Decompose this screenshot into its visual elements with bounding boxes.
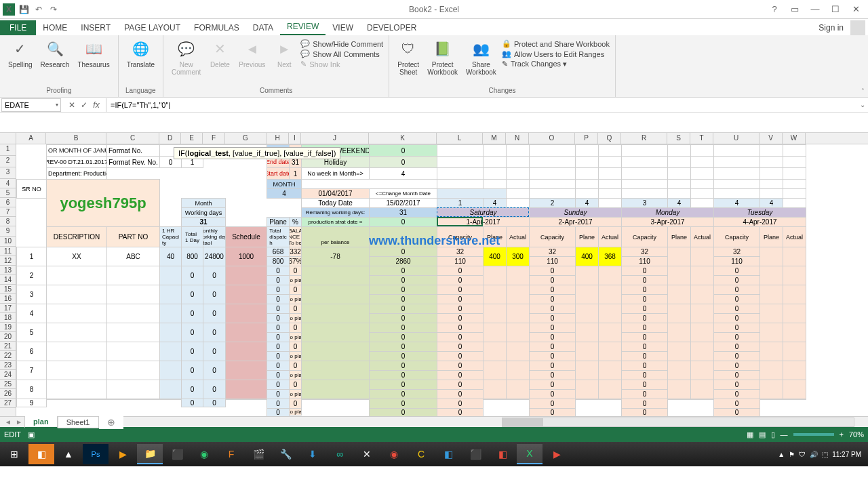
cell[interactable] bbox=[783, 188, 806, 199]
protect-workbook-button[interactable]: 📗Protect Workbook bbox=[425, 37, 460, 77]
cell[interactable]: 400 bbox=[575, 247, 599, 266]
cell[interactable] bbox=[713, 156, 760, 168]
cell[interactable]: No plan bbox=[289, 313, 302, 323]
column-headers[interactable]: ABCDEFGHIJKLMNOPQRSTUVW bbox=[0, 133, 868, 144]
cell[interactable]: 110 bbox=[437, 256, 484, 266]
cell[interactable]: 4 bbox=[267, 188, 302, 199]
cell[interactable] bbox=[106, 380, 160, 399]
cell[interactable] bbox=[667, 266, 691, 285]
cell[interactable]: 800 bbox=[267, 256, 290, 266]
cell[interactable]: % bbox=[289, 217, 302, 227]
tb-app-4[interactable]: ▶ bbox=[110, 444, 136, 464]
cell[interactable]: XX bbox=[46, 247, 107, 266]
cell[interactable]: 31 bbox=[369, 207, 437, 218]
cell[interactable]: 0 bbox=[369, 323, 437, 333]
tab-developer[interactable]: DEVELOPER bbox=[360, 20, 423, 35]
cell[interactable] bbox=[225, 285, 267, 304]
cell[interactable]: 0 bbox=[437, 380, 484, 390]
cell[interactable]: 0 bbox=[529, 361, 576, 371]
select-all-corner[interactable] bbox=[0, 133, 16, 144]
cell[interactable] bbox=[760, 167, 783, 180]
cell[interactable]: 0 bbox=[621, 323, 668, 333]
cell[interactable] bbox=[667, 179, 691, 189]
cell[interactable]: DESCRIPTION bbox=[46, 226, 107, 247]
view-layout-icon[interactable]: ▤ bbox=[759, 430, 766, 439]
cell[interactable] bbox=[46, 380, 107, 399]
cell[interactable]: 0 bbox=[713, 361, 760, 371]
cell[interactable]: 0 bbox=[369, 313, 437, 323]
cell[interactable] bbox=[159, 285, 182, 304]
cell[interactable] bbox=[159, 399, 182, 400]
cell[interactable]: 0 bbox=[529, 380, 576, 390]
zoom-in-icon[interactable]: + bbox=[840, 430, 844, 439]
cell[interactable] bbox=[301, 304, 370, 323]
protect-sheet-button[interactable]: 🛡Protect Sheet bbox=[395, 37, 422, 77]
cell[interactable] bbox=[106, 399, 160, 400]
cell[interactable] bbox=[667, 304, 691, 323]
row-header-5[interactable]: 5 bbox=[0, 188, 16, 198]
cell[interactable]: 0 bbox=[369, 351, 437, 361]
cell[interactable]: 0 bbox=[437, 351, 484, 361]
cell[interactable]: 0 bbox=[529, 332, 576, 342]
cell[interactable]: No plan bbox=[289, 370, 302, 380]
cell[interactable] bbox=[690, 247, 714, 266]
cell[interactable]: 0 bbox=[181, 285, 203, 304]
cell[interactable] bbox=[159, 266, 182, 285]
cell[interactable]: 0 bbox=[437, 361, 484, 371]
add-sheet-button[interactable]: ⊕ bbox=[99, 415, 123, 429]
row-header-3[interactable]: 3 bbox=[0, 167, 16, 179]
cell[interactable]: 0 bbox=[437, 313, 484, 323]
cancel-formula-icon[interactable]: ✕ bbox=[66, 100, 77, 110]
tb-explorer[interactable]: 📁 bbox=[137, 444, 163, 464]
thesaurus-button[interactable]: 📖Thesaurus bbox=[75, 37, 112, 70]
cell[interactable]: 668 bbox=[267, 247, 290, 257]
cell[interactable] bbox=[575, 144, 599, 157]
cell[interactable] bbox=[159, 342, 182, 361]
cell[interactable]: No week in Month=> bbox=[301, 167, 370, 180]
cell[interactable] bbox=[783, 285, 806, 304]
tb-app-16[interactable]: ◧ bbox=[435, 444, 461, 464]
cell[interactable]: 32 bbox=[437, 247, 484, 257]
cell[interactable]: 0 bbox=[621, 304, 668, 314]
cell[interactable] bbox=[621, 179, 668, 189]
tb-app-6[interactable]: ⬛ bbox=[164, 444, 190, 464]
cell[interactable] bbox=[667, 167, 691, 180]
cell[interactable] bbox=[506, 198, 530, 208]
row-header-17[interactable]: 17 bbox=[0, 304, 16, 313]
cell[interactable] bbox=[46, 304, 107, 323]
cell[interactable]: 4 bbox=[575, 198, 599, 208]
maximize-icon[interactable]: ☐ bbox=[829, 3, 842, 16]
cell[interactable] bbox=[437, 156, 484, 168]
cell[interactable] bbox=[690, 198, 714, 208]
cell[interactable]: 0 bbox=[529, 313, 576, 323]
cell[interactable] bbox=[667, 188, 691, 199]
cell[interactable]: 0 bbox=[181, 323, 203, 342]
worksheet-grid[interactable]: ABCDEFGHIJKLMNOPQRSTUVW 1234567891011121… bbox=[0, 133, 868, 416]
cell[interactable]: 0 bbox=[267, 342, 290, 352]
close-icon[interactable]: ✕ bbox=[849, 3, 863, 16]
cell[interactable] bbox=[598, 323, 622, 342]
cell[interactable]: 0 bbox=[713, 408, 760, 416]
show-all-comments[interactable]: 💬Show All Comments bbox=[300, 49, 383, 58]
cells-area[interactable]: www.thundershare.net OR MONTH OF JANUARY… bbox=[16, 144, 868, 416]
cell[interactable]: 0 bbox=[713, 266, 760, 276]
cell[interactable]: Month bbox=[181, 198, 226, 208]
cell[interactable]: 0 bbox=[267, 408, 290, 416]
cell[interactable] bbox=[690, 266, 714, 285]
cell[interactable] bbox=[506, 156, 530, 168]
cell[interactable] bbox=[783, 198, 806, 208]
cell[interactable]: 0 bbox=[713, 304, 760, 314]
cell[interactable] bbox=[483, 380, 507, 399]
cell[interactable]: 0 bbox=[267, 323, 290, 333]
cell[interactable]: production strat date = bbox=[301, 217, 370, 227]
ribbon-options-icon[interactable]: ▭ bbox=[788, 3, 802, 16]
cell[interactable]: No plan bbox=[289, 389, 302, 399]
cell[interactable] bbox=[106, 285, 160, 304]
cell[interactable]: 0 bbox=[289, 285, 302, 295]
cell[interactable]: 0 bbox=[437, 389, 484, 399]
row-header-12[interactable]: 12 bbox=[0, 256, 16, 266]
cell[interactable]: 0 bbox=[369, 304, 437, 314]
cell[interactable]: Actual bbox=[783, 226, 806, 247]
cell[interactable] bbox=[760, 361, 783, 380]
sheet-nav-next-icon[interactable]: ► bbox=[14, 418, 24, 426]
